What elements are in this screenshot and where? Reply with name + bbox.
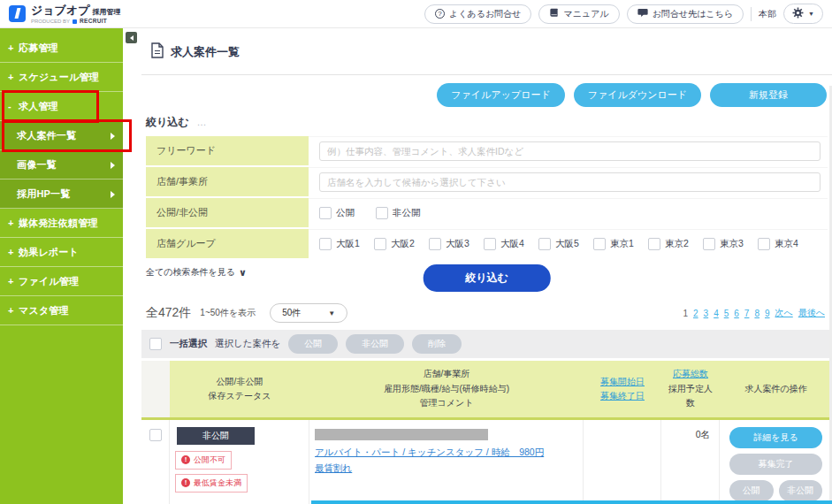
store-search-input[interactable] — [319, 172, 821, 192]
faq-button[interactable]: ? よくあるお問合せ — [424, 4, 531, 24]
page-title: 求人案件一覧 — [171, 44, 240, 60]
select-all-checkbox[interactable] — [149, 338, 162, 350]
bulk-action-bar: 一括選択 選択した案件を 公開 非公開 削除 — [141, 330, 832, 358]
page-next-link[interactable]: 次へ — [775, 307, 793, 319]
checkbox-tokyo3[interactable] — [703, 238, 715, 250]
expand-plus-icon: + — [8, 305, 16, 316]
per-page-select[interactable]: 50件 ▼ — [270, 303, 347, 323]
bottom-scroll-strip — [311, 500, 832, 504]
sidebar-item-label: 応募管理 — [19, 42, 58, 55]
alert-icon: ! — [181, 455, 190, 464]
page-last-link[interactable]: 最後へ — [798, 307, 825, 319]
sidebar-collapse-button[interactable] — [126, 32, 137, 43]
header-label: 店舗/事業所 — [424, 367, 470, 382]
header-label: 管理コメント — [420, 396, 474, 411]
header-count-col: 応募総数 採用予定人数 — [661, 361, 720, 417]
checkbox-osaka1[interactable] — [319, 238, 332, 250]
page-current: 1 — [683, 309, 688, 318]
contact-button[interactable]: お問合せ先はこちら — [627, 4, 744, 24]
expand-plus-icon: + — [8, 247, 16, 257]
brand-subtitle: 採用管理 — [93, 8, 121, 16]
header-label: 公開/非公開 — [217, 375, 263, 390]
alert-icon: ! — [181, 478, 190, 487]
page-link[interactable]: 7 — [744, 309, 750, 318]
sort-end-date-link[interactable]: 募集終了日 — [600, 389, 645, 404]
chevron-right-icon — [111, 191, 115, 198]
bulk-publish-button[interactable]: 公開 — [288, 334, 338, 354]
unpublish-button[interactable]: 非公開 — [779, 480, 823, 501]
page-link[interactable]: 2 — [693, 309, 698, 318]
sort-start-date-link[interactable]: 募集開始日 — [600, 375, 645, 390]
checkbox-label: 大阪5 — [555, 238, 579, 250]
manual-button[interactable]: マニュアル — [538, 4, 619, 24]
sidebar-item-recruit-hp-list[interactable]: 採用HP一覧 — [0, 179, 123, 209]
new-registration-button[interactable]: 新規登録 — [710, 83, 827, 107]
header-dates-col: 募集開始日 募集終了日 — [584, 361, 661, 417]
sidebar-item-label: ファイル管理 — [19, 275, 79, 288]
sidebar-item-schedule-mgmt[interactable]: + スケジュール管理 — [0, 63, 123, 92]
sidebar-item-application-mgmt[interactable]: + 応募管理 — [0, 34, 123, 63]
expand-plus-icon: + — [8, 218, 16, 228]
page-link[interactable]: 6 — [734, 309, 739, 318]
chat-icon — [637, 8, 648, 19]
page-link[interactable]: 4 — [714, 309, 719, 318]
bulk-caption: 選択した案件を — [215, 338, 280, 350]
checkbox-label: 東京2 — [665, 238, 689, 250]
filter-form: フリーワード 店舗/事業所 公開/非公開 公開 非公開 店舗グループ 大阪1 大… — [146, 136, 828, 258]
file-upload-button[interactable]: ファイルアップロード — [437, 83, 564, 107]
checkbox-public[interactable] — [319, 207, 332, 219]
checkbox-osaka2[interactable] — [374, 238, 386, 250]
app-logo: ジョブオプ採用管理 PRODUCED BY RECRUIT — [9, 3, 121, 25]
warning-badge: !最低賃金未満 — [175, 474, 248, 493]
checkbox-osaka4[interactable] — [484, 238, 496, 250]
manual-label: マニュアル — [563, 8, 608, 20]
publish-button[interactable]: 公開 — [729, 480, 774, 501]
bulk-unpublish-button[interactable]: 非公開 — [346, 334, 404, 354]
complete-button[interactable]: 募集完了 — [729, 454, 822, 475]
sidebar-item-media-order-mgmt[interactable]: + 媒体発注依頼管理 — [0, 209, 123, 238]
select-all-label: 一括選択 — [170, 338, 207, 350]
header-label: 雇用形態/職種/給与(研修時給与) — [384, 382, 509, 397]
collapse-minus-icon: - — [8, 101, 16, 111]
sidebar-item-image-list[interactable]: 画像一覧 — [0, 150, 123, 179]
account-label: 本部 — [759, 8, 776, 20]
row-checkbox[interactable] — [149, 429, 162, 441]
question-icon: ? — [435, 9, 445, 19]
warning-badge: !公開不可 — [175, 451, 232, 470]
header-label: 求人案件の操作 — [744, 382, 806, 397]
sidebar-item-label: 効果レポート — [19, 246, 79, 259]
checkbox-private[interactable] — [376, 207, 388, 219]
sort-applications-link[interactable]: 応募総数 — [673, 367, 708, 382]
job-title-link[interactable]: アルバイト・パート / キッチンスタッフ / 時給 980円 — [315, 447, 577, 459]
sidebar-item-job-list[interactable]: 求人案件一覧 — [0, 121, 123, 150]
contact-label: お問合せ先はこちら — [653, 8, 733, 20]
filter-label: 店舗/事業所 — [146, 167, 309, 196]
checkbox-tokyo2[interactable] — [648, 238, 660, 250]
show-all-conditions-link[interactable]: 全ての検索条件を見る ∨ — [146, 266, 247, 279]
checkbox-tokyo1[interactable] — [593, 238, 606, 250]
sidebar-item-effect-report[interactable]: + 効果レポート — [0, 238, 123, 267]
expand-plus-icon: + — [8, 276, 16, 286]
caret-down-icon: ▼ — [808, 11, 814, 17]
checkbox-osaka3[interactable] — [429, 238, 441, 250]
per-page-value: 50件 — [282, 307, 301, 319]
page-link[interactable]: 3 — [704, 309, 709, 318]
comment-link[interactable]: 最賃割れ — [315, 462, 577, 475]
filter-submit-button[interactable]: 絞り込む — [423, 264, 551, 292]
detail-button[interactable]: 詳細を見る — [729, 427, 822, 448]
sidebar-item-job-mgmt[interactable]: - 求人管理 — [0, 92, 123, 121]
checkbox-osaka5[interactable] — [538, 238, 551, 250]
sidebar-item-master-mgmt[interactable]: + マスタ管理 — [0, 296, 123, 325]
results-range: 1~50件を表示 — [200, 307, 256, 319]
page-link[interactable]: 9 — [765, 309, 770, 318]
sidebar-item-file-mgmt[interactable]: + ファイル管理 — [0, 267, 123, 296]
bulk-delete-button[interactable]: 削除 — [412, 334, 462, 354]
checkbox-tokyo4[interactable] — [758, 238, 770, 250]
checkbox-label: 大阪4 — [500, 238, 524, 250]
page-link[interactable]: 8 — [754, 309, 759, 318]
page-link[interactable]: 5 — [724, 309, 729, 318]
settings-menu-button[interactable]: ▼ — [783, 4, 823, 24]
table-header: 公開/非公開 保存ステータス 店舗/事業所 雇用形態/職種/給与(研修時給与) … — [141, 361, 832, 420]
freeword-input[interactable] — [319, 141, 821, 161]
file-download-button[interactable]: ファイルダウンロード — [574, 83, 701, 107]
